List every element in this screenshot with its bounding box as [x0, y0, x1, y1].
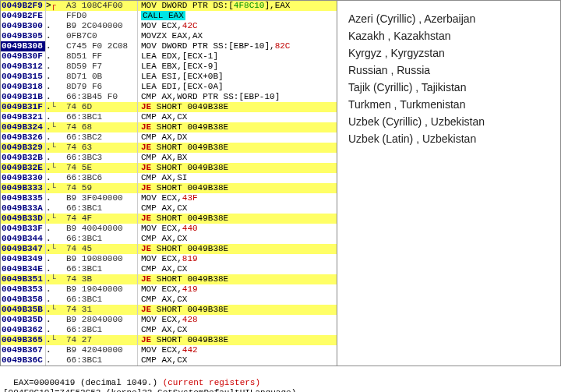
disasm-row[interactable]: 0049B33D.└74 4FJE SHORT 0049B38E: [1, 214, 337, 224]
marker: .: [46, 264, 51, 274]
disasm-row[interactable]: 0049B35B.└74 31JE SHORT 0049B38E: [1, 305, 337, 315]
hex-bytes: 66:3BC1: [65, 112, 138, 122]
address: 0049B308: [1, 41, 46, 51]
hex-bytes: 74 27: [65, 335, 138, 345]
address: 0049B329: [1, 143, 46, 153]
disasm-row[interactable]: 0049B353.B9 19040000MOV ECX,419: [1, 284, 337, 295]
disasm-row[interactable]: 0049B33F.B9 40040000MOV ECX,440: [1, 224, 337, 234]
instruction: JE SHORT 0049B38E: [138, 183, 337, 193]
marker: .: [46, 295, 51, 305]
language-list-pane: Azeri (Cyrillic) , AzerbaijanKazakh , Ka…: [337, 1, 560, 366]
language-entry: Uzbek (Latin) , Uzbekistan: [348, 130, 549, 147]
address: 0049B358: [1, 295, 46, 305]
disasm-row[interactable]: 0049B315.8D71 0BLEA ESI,[ECX+0B]: [1, 72, 337, 82]
disasm-row[interactable]: 0049B362.66:3BC1CMP AX,CX: [1, 325, 337, 335]
marker: .: [46, 234, 51, 244]
disasm-row[interactable]: 0049B300.B9 2C040000MOV ECX,42C: [1, 21, 337, 31]
disasm-row[interactable]: 0049B32B.66:3BC3CMP AX,BX: [1, 153, 337, 163]
disasm-row[interactable]: 0049B330.66:3BC6CMP AX,SI: [1, 173, 337, 183]
instruction: JE SHORT 0049B38E: [138, 102, 337, 112]
hex-bytes: B9 2C040000: [65, 21, 138, 31]
hex-bytes: B9 19080000: [65, 254, 138, 264]
disasm-row[interactable]: 0049B34E.66:3BC1CMP AX,CX: [1, 264, 337, 274]
address: 0049B349: [1, 254, 46, 264]
instruction: CMP AX,DX: [138, 132, 337, 143]
disasm-row[interactable]: 0049B324.└74 68JE SHORT 0049B38E: [1, 122, 337, 132]
instruction: LEA ESI,[ECX+0B]: [138, 72, 337, 82]
address: 0049B344: [1, 234, 46, 244]
hex-bytes: 66:3BC1: [65, 203, 138, 214]
disasm-row[interactable]: 0049B32E.└74 5EJE SHORT 0049B38E: [1, 163, 337, 173]
language-entry: Russian , Russia: [348, 62, 549, 79]
instruction: JE SHORT 0049B38E: [138, 122, 337, 132]
instruction: MOV ECX,42C: [138, 21, 337, 31]
disasm-row[interactable]: 0049B333.└74 59JE SHORT 0049B38E: [1, 183, 337, 193]
disasm-row[interactable]: 0049B335.B9 3F040000MOV ECX,43F: [1, 193, 337, 203]
address: 0049B33F: [1, 224, 46, 234]
disasm-row[interactable]: 0049B347.└74 45JE SHORT 0049B38E: [1, 244, 337, 254]
hex-bytes: 74 4F: [65, 214, 138, 224]
marker: .: [46, 82, 51, 92]
address: 0049B333: [1, 183, 46, 193]
hex-bytes: B9 3F040000: [65, 193, 138, 203]
language-entry: Uzbek (Cyrillic) , Uzbekistan: [348, 113, 549, 130]
disasm-row[interactable]: 0049B305.0FB7C0MOVZX EAX,AX: [1, 31, 337, 41]
hex-bytes: 74 59: [65, 183, 138, 193]
address: 0049B35D: [1, 315, 46, 325]
instruction: MOV DWORD PTR DS:[4F8C10],EAX: [138, 1, 337, 11]
hex-bytes: 66:3BC2: [65, 132, 138, 143]
disassembly-pane[interactable]: 0049B2F9>┌A3 108C4F00MOV DWORD PTR DS:[4…: [1, 1, 337, 366]
address: 0049B36C: [1, 355, 46, 366]
disasm-row[interactable]: 0049B33A.66:3BC1CMP AX,CX: [1, 203, 337, 214]
disasm-row[interactable]: 0049B358.66:3BC1CMP AX,CX: [1, 295, 337, 305]
hex-bytes: B9 40040000: [65, 224, 138, 234]
marker: .: [46, 51, 51, 62]
marker: .: [46, 112, 51, 122]
disasm-row[interactable]: 0049B2FEFFD0CALL EAX: [1, 11, 337, 21]
hex-bytes: C745 F0 2C08: [65, 41, 138, 51]
disasm-row[interactable]: 0049B318.8D79 F6LEA EDI,[ECX-0A]: [1, 82, 337, 92]
instruction: LEA EDX,[ECX-1]: [138, 51, 337, 62]
disasm-row[interactable]: 0049B308.C745 F0 2C08MOV DWORD PTR SS:[E…: [1, 41, 337, 51]
address: 0049B326: [1, 132, 46, 143]
disasm-row[interactable]: 0049B349.B9 19080000MOV ECX,819: [1, 254, 337, 264]
address: 0049B362: [1, 325, 46, 335]
flow-arrow: └: [51, 305, 65, 315]
flow-arrow: └: [51, 102, 65, 112]
disasm-row[interactable]: 0049B344.66:3BC1CMP AX,CX: [1, 234, 337, 244]
disasm-row[interactable]: 0049B329.└74 63JE SHORT 0049B38E: [1, 143, 337, 153]
address: 0049B305: [1, 31, 46, 41]
disasm-row[interactable]: 0049B367.B9 42040000MOV ECX,442: [1, 345, 337, 355]
flow-arrow: └: [51, 143, 65, 153]
instruction: LEA EBX,[ECX-9]: [138, 62, 337, 72]
disasm-row[interactable]: 0049B365.└74 27JE SHORT 0049B38E: [1, 335, 337, 345]
instruction: MOV ECX,440: [138, 224, 337, 234]
disasm-row[interactable]: 0049B326.66:3BC2CMP AX,DX: [1, 132, 337, 143]
instruction: CMP AX,CX: [138, 234, 337, 244]
disasm-row[interactable]: 0049B35D.B9 28040000MOV ECX,428: [1, 315, 337, 325]
disasm-row[interactable]: 0049B351.└74 3BJE SHORT 0049B38E: [1, 274, 337, 284]
hex-bytes: B9 42040000: [65, 345, 138, 355]
instruction: MOV ECX,428: [138, 315, 337, 325]
address: 0049B35B: [1, 305, 46, 315]
disasm-row[interactable]: 0049B30F.8D51 FFLEA EDX,[ECX-1]: [1, 51, 337, 62]
instruction: CMP AX,CX: [138, 203, 337, 214]
disasm-row[interactable]: 0049B2F9>┌A3 108C4F00MOV DWORD PTR DS:[4…: [1, 1, 337, 11]
hex-bytes: 66:3BC1: [65, 234, 138, 244]
disasm-row[interactable]: 0049B31B.66:3B45 F0CMP AX,WORD PTR SS:[E…: [1, 92, 337, 102]
disasm-row[interactable]: 0049B312.8D59 F7LEA EBX,[ECX-9]: [1, 62, 337, 72]
address: 0049B321: [1, 112, 46, 122]
disasm-row[interactable]: 0049B321.66:3BC1CMP AX,CX: [1, 112, 337, 122]
instruction: MOV ECX,43F: [138, 193, 337, 203]
instruction: CALL EAX: [138, 11, 337, 21]
hex-bytes: FFD0: [65, 11, 138, 21]
instruction: CMP AX,CX: [138, 325, 337, 335]
instruction: MOV ECX,819: [138, 254, 337, 264]
instruction: MOV ECX,442: [138, 345, 337, 355]
disasm-row[interactable]: 0049B31F.└74 6DJE SHORT 0049B38E: [1, 102, 337, 112]
address: 0049B31F: [1, 102, 46, 112]
instruction: JE SHORT 0049B38E: [138, 274, 337, 284]
hex-bytes: 8D59 F7: [65, 62, 138, 72]
disasm-row[interactable]: 0049B36C.66:3BC1CMP AX,CX: [1, 355, 337, 366]
flow-arrow: ┌: [51, 1, 65, 11]
